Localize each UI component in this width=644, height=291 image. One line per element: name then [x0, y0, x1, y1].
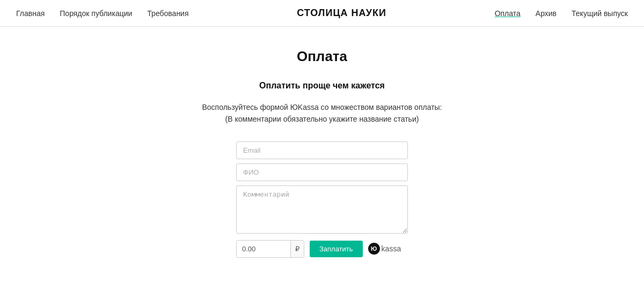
nav-publication[interactable]: Порядок публикации	[60, 9, 132, 18]
description: Воспользуйтесь формой ЮKassa со множеств…	[202, 101, 442, 125]
header: Главная Порядок публикации Требования СТ…	[0, 0, 644, 27]
nav-right: Оплата Архив Текущий выпуск	[495, 9, 628, 18]
yokassa-text: kassa	[382, 244, 401, 253]
email-field[interactable]	[236, 141, 408, 159]
name-field[interactable]	[236, 163, 408, 181]
nav-archive[interactable]: Архив	[536, 9, 557, 18]
nav-payment[interactable]: Оплата	[495, 9, 521, 18]
comment-field[interactable]	[236, 185, 408, 234]
main-content: Оплата Оплатить проще чем кажется Воспол…	[0, 27, 644, 279]
site-logo: СТОЛИЦА НАУКИ	[297, 8, 386, 19]
nav-left: Главная Порядок публикации Требования	[16, 9, 189, 18]
amount-input[interactable]	[237, 241, 290, 257]
nav-requirements[interactable]: Требования	[147, 9, 188, 18]
nav-current-issue[interactable]: Текущий выпуск	[572, 9, 628, 18]
yokassa-logo: Ю kassa	[368, 243, 401, 255]
yokassa-icon: Ю	[368, 243, 380, 255]
nav-home[interactable]: Главная	[16, 9, 45, 18]
description-line1: Воспользуйтесь формой ЮKassa со множеств…	[202, 103, 442, 111]
subtitle: Оплатить проще чем кажется	[259, 81, 385, 91]
payment-row: ₽ Заплатить Ю kassa	[236, 240, 408, 258]
payment-form: ₽ Заплатить Ю kassa	[236, 141, 408, 258]
page-title: Оплата	[297, 48, 347, 65]
amount-wrapper: ₽	[236, 240, 304, 258]
currency-symbol: ₽	[290, 241, 304, 257]
description-line2: (В комментарии обязательно укажите назва…	[225, 115, 419, 123]
pay-button[interactable]: Заплатить	[310, 241, 363, 257]
